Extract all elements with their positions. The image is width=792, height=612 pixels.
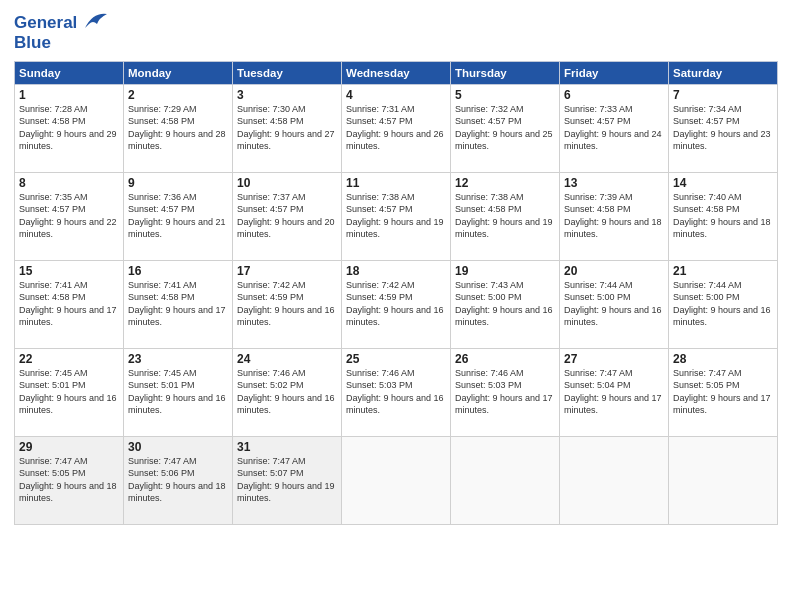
sunset-label: Sunset: 5:04 PM [564,380,631,390]
day-number: 11 [346,176,446,190]
sunrise-label: Sunrise: 7:39 AM [564,192,633,202]
sunrise-label: Sunrise: 7:43 AM [455,280,524,290]
sunrise-label: Sunrise: 7:47 AM [673,368,742,378]
sunset-label: Sunset: 4:57 PM [673,116,740,126]
day-info: Sunrise: 7:42 AM Sunset: 4:59 PM Dayligh… [237,279,337,329]
sunrise-label: Sunrise: 7:38 AM [455,192,524,202]
daylight-label: Daylight: 9 hours and 19 minutes. [346,217,444,240]
sunrise-label: Sunrise: 7:46 AM [455,368,524,378]
calendar-cell: 29 Sunrise: 7:47 AM Sunset: 5:05 PM Dayl… [15,436,124,524]
sunset-label: Sunset: 4:58 PM [128,292,195,302]
sunrise-label: Sunrise: 7:41 AM [128,280,197,290]
daylight-label: Daylight: 9 hours and 18 minutes. [673,217,771,240]
calendar-cell: 19 Sunrise: 7:43 AM Sunset: 5:00 PM Dayl… [451,260,560,348]
day-info: Sunrise: 7:46 AM Sunset: 5:02 PM Dayligh… [237,367,337,417]
calendar-cell: 26 Sunrise: 7:46 AM Sunset: 5:03 PM Dayl… [451,348,560,436]
daylight-label: Daylight: 9 hours and 19 minutes. [455,217,553,240]
day-of-week-friday: Friday [560,61,669,84]
calendar-cell: 11 Sunrise: 7:38 AM Sunset: 4:57 PM Dayl… [342,172,451,260]
day-number: 31 [237,440,337,454]
day-info: Sunrise: 7:38 AM Sunset: 4:58 PM Dayligh… [455,191,555,241]
day-of-week-saturday: Saturday [669,61,778,84]
sunrise-label: Sunrise: 7:47 AM [128,456,197,466]
daylight-label: Daylight: 9 hours and 16 minutes. [564,305,662,328]
day-info: Sunrise: 7:45 AM Sunset: 5:01 PM Dayligh… [128,367,228,417]
calendar-cell: 14 Sunrise: 7:40 AM Sunset: 4:58 PM Dayl… [669,172,778,260]
day-info: Sunrise: 7:46 AM Sunset: 5:03 PM Dayligh… [455,367,555,417]
day-number: 23 [128,352,228,366]
sunset-label: Sunset: 5:02 PM [237,380,304,390]
calendar-container: General Blue SundayMondayTuesdayWednesda… [0,0,792,612]
sunrise-label: Sunrise: 7:32 AM [455,104,524,114]
calendar-cell: 27 Sunrise: 7:47 AM Sunset: 5:04 PM Dayl… [560,348,669,436]
sunrise-label: Sunrise: 7:35 AM [19,192,88,202]
daylight-label: Daylight: 9 hours and 17 minutes. [19,305,117,328]
day-of-week-sunday: Sunday [15,61,124,84]
sunrise-label: Sunrise: 7:40 AM [673,192,742,202]
day-info: Sunrise: 7:28 AM Sunset: 4:58 PM Dayligh… [19,103,119,153]
sunset-label: Sunset: 5:05 PM [673,380,740,390]
calendar-cell: 22 Sunrise: 7:45 AM Sunset: 5:01 PM Dayl… [15,348,124,436]
daylight-label: Daylight: 9 hours and 24 minutes. [564,129,662,152]
sunrise-label: Sunrise: 7:46 AM [237,368,306,378]
daylight-label: Daylight: 9 hours and 27 minutes. [237,129,335,152]
day-number: 27 [564,352,664,366]
sunset-label: Sunset: 4:57 PM [564,116,631,126]
day-number: 19 [455,264,555,278]
day-number: 24 [237,352,337,366]
calendar-cell: 31 Sunrise: 7:47 AM Sunset: 5:07 PM Dayl… [233,436,342,524]
day-info: Sunrise: 7:30 AM Sunset: 4:58 PM Dayligh… [237,103,337,153]
calendar-cell: 6 Sunrise: 7:33 AM Sunset: 4:57 PM Dayli… [560,84,669,172]
day-number: 4 [346,88,446,102]
day-info: Sunrise: 7:42 AM Sunset: 4:59 PM Dayligh… [346,279,446,329]
daylight-label: Daylight: 9 hours and 16 minutes. [128,393,226,416]
logo: General Blue [14,10,107,53]
sunrise-label: Sunrise: 7:33 AM [564,104,633,114]
daylight-label: Daylight: 9 hours and 16 minutes. [455,305,553,328]
calendar-cell: 12 Sunrise: 7:38 AM Sunset: 4:58 PM Dayl… [451,172,560,260]
daylight-label: Daylight: 9 hours and 18 minutes. [19,481,117,504]
day-number: 21 [673,264,773,278]
calendar-week-4: 22 Sunrise: 7:45 AM Sunset: 5:01 PM Dayl… [15,348,778,436]
sunset-label: Sunset: 4:57 PM [128,204,195,214]
day-info: Sunrise: 7:44 AM Sunset: 5:00 PM Dayligh… [564,279,664,329]
daylight-label: Daylight: 9 hours and 28 minutes. [128,129,226,152]
calendar-body: 1 Sunrise: 7:28 AM Sunset: 4:58 PM Dayli… [15,84,778,524]
day-number: 7 [673,88,773,102]
day-info: Sunrise: 7:46 AM Sunset: 5:03 PM Dayligh… [346,367,446,417]
day-info: Sunrise: 7:41 AM Sunset: 4:58 PM Dayligh… [128,279,228,329]
sunset-label: Sunset: 4:57 PM [346,204,413,214]
days-of-week-header: SundayMondayTuesdayWednesdayThursdayFrid… [15,61,778,84]
daylight-label: Daylight: 9 hours and 17 minutes. [673,393,771,416]
day-info: Sunrise: 7:40 AM Sunset: 4:58 PM Dayligh… [673,191,773,241]
calendar-cell: 1 Sunrise: 7:28 AM Sunset: 4:58 PM Dayli… [15,84,124,172]
day-number: 12 [455,176,555,190]
sunset-label: Sunset: 5:01 PM [128,380,195,390]
daylight-label: Daylight: 9 hours and 18 minutes. [564,217,662,240]
sunset-label: Sunset: 5:01 PM [19,380,86,390]
day-of-week-monday: Monday [124,61,233,84]
day-number: 18 [346,264,446,278]
calendar-cell: 23 Sunrise: 7:45 AM Sunset: 5:01 PM Dayl… [124,348,233,436]
day-info: Sunrise: 7:31 AM Sunset: 4:57 PM Dayligh… [346,103,446,153]
sunset-label: Sunset: 4:57 PM [19,204,86,214]
day-info: Sunrise: 7:33 AM Sunset: 4:57 PM Dayligh… [564,103,664,153]
sunset-label: Sunset: 4:58 PM [19,116,86,126]
sunset-label: Sunset: 5:00 PM [564,292,631,302]
sunrise-label: Sunrise: 7:34 AM [673,104,742,114]
sunset-label: Sunset: 4:58 PM [455,204,522,214]
day-info: Sunrise: 7:47 AM Sunset: 5:07 PM Dayligh… [237,455,337,505]
day-of-week-wednesday: Wednesday [342,61,451,84]
logo-general: General [14,13,77,32]
sunrise-label: Sunrise: 7:36 AM [128,192,197,202]
calendar-table: SundayMondayTuesdayWednesdayThursdayFrid… [14,61,778,525]
day-number: 22 [19,352,119,366]
calendar-cell [342,436,451,524]
daylight-label: Daylight: 9 hours and 17 minutes. [564,393,662,416]
day-info: Sunrise: 7:35 AM Sunset: 4:57 PM Dayligh… [19,191,119,241]
calendar-cell: 13 Sunrise: 7:39 AM Sunset: 4:58 PM Dayl… [560,172,669,260]
daylight-label: Daylight: 9 hours and 25 minutes. [455,129,553,152]
daylight-label: Daylight: 9 hours and 16 minutes. [237,305,335,328]
daylight-label: Daylight: 9 hours and 16 minutes. [673,305,771,328]
day-info: Sunrise: 7:32 AM Sunset: 4:57 PM Dayligh… [455,103,555,153]
